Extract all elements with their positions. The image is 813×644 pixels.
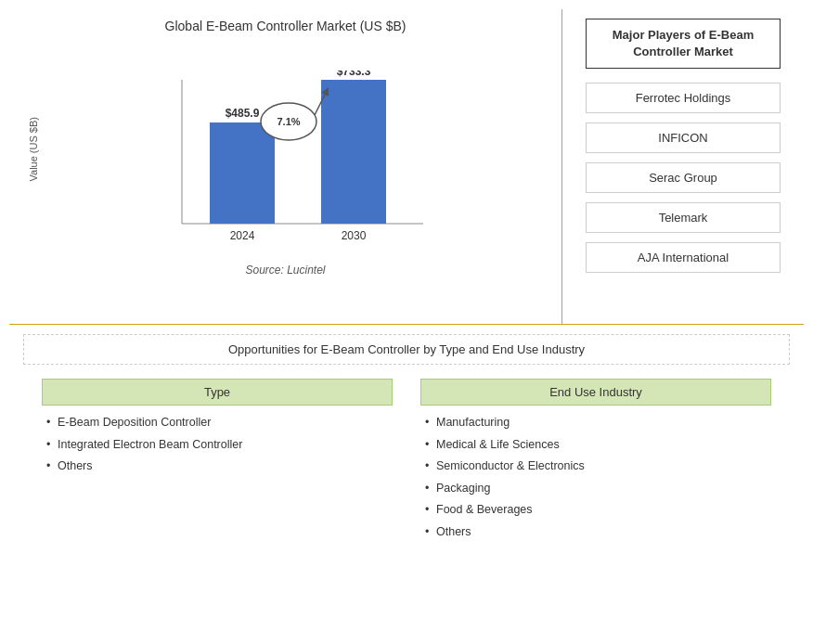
end-use-item-1: Manufacturing [425,415,771,431]
end-use-item-5: Food & Beverages [425,502,771,519]
bar-2030 [321,80,386,224]
end-use-header: End Use Industry [420,379,771,406]
bar-2024-label: $485.9 [226,107,260,120]
type-header: Type [42,379,393,406]
cagr-label: 7.1% [277,116,300,127]
type-column: Type E-Beam Deposition Controller Integr… [42,379,393,546]
end-use-list: Manufacturing Medical & Life Sciences Se… [420,415,771,540]
bar-chart: $485.9 $733.3 7.1% [44,71,543,256]
source-text: Source: Lucintel [28,264,543,277]
player-serac: Serac Group [586,162,781,193]
end-use-item-3: Semiconductor & Electronics [425,458,771,475]
major-players-title: Major Players of E-Beam Controller Marke… [586,19,781,69]
type-item-2: Integrated Electron Beam Controller [46,437,393,454]
player-aja: AJA International [586,242,781,273]
player-telemark: Telemark [586,202,781,233]
type-list: E-Beam Deposition Controller Integrated … [42,415,393,475]
player-ferrotec: Ferrotec Holdings [586,83,781,113]
main-container: Global E-Beam Controller Market (US $B) … [0,0,813,644]
opportunities-title: Opportunities for E-Beam Controller by T… [23,334,790,365]
player-inficon: INFICON [586,122,781,153]
bottom-section: Opportunities for E-Beam Controller by T… [9,325,804,635]
end-use-item-4: Packaging [425,481,771,497]
x-label-2030: 2030 [342,229,367,242]
type-item-3: Others [46,458,393,475]
chart-area: Global E-Beam Controller Market (US $B) … [9,9,562,324]
bar-2024 [210,122,275,224]
top-section: Global E-Beam Controller Market (US $B) … [9,9,804,325]
end-use-column: End Use Industry Manufacturing Medical &… [420,379,771,546]
opportunities-content: Type E-Beam Deposition Controller Integr… [23,379,790,546]
major-players-panel: Major Players of E-Beam Controller Marke… [562,9,804,324]
chart-title: Global E-Beam Controller Market (US $B) [28,19,543,33]
y-axis-label: Value (US $B) [28,117,39,182]
end-use-item-2: Medical & Life Sciences [425,437,771,454]
chart-wrapper: Value (US $B) $485.9 $733.3 [28,43,543,256]
bar-2030-label: $733.3 [337,71,371,78]
type-item-1: E-Beam Deposition Controller [46,415,393,431]
x-label-2024: 2024 [230,229,255,242]
end-use-item-6: Others [425,524,771,541]
